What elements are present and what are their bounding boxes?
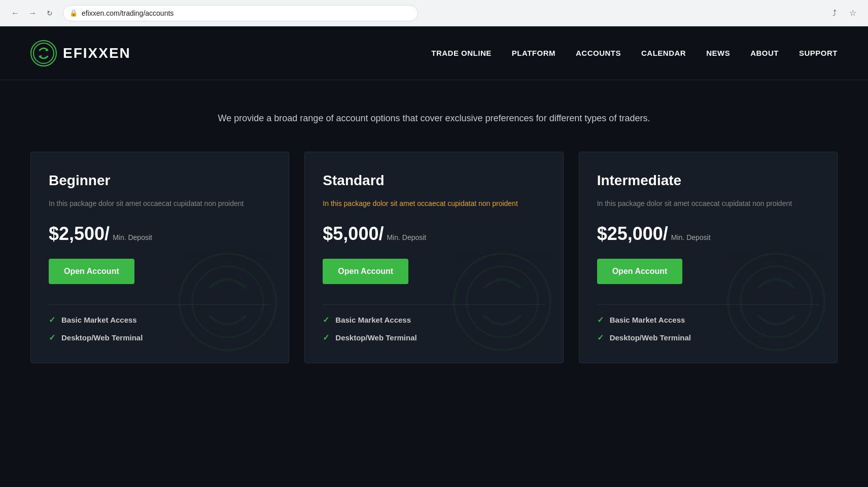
check-icon: ✓ <box>597 315 604 325</box>
nav-support[interactable]: SUPPORT <box>799 49 838 57</box>
standard-price-amount: $5,000/ <box>323 223 384 245</box>
card-watermark-intermediate <box>725 251 827 353</box>
standard-price: $5,000/ Min. Deposit <box>323 223 545 245</box>
svg-point-10 <box>454 254 550 350</box>
beginner-price-amount: $2,500/ <box>49 223 110 245</box>
share-button[interactable]: ⤴ <box>827 6 842 20</box>
bookmark-button[interactable]: ☆ <box>846 6 860 20</box>
svg-point-13 <box>741 266 812 337</box>
card-watermark-beginner <box>177 251 279 353</box>
nav-links: TRADE ONLINE PLATFORM ACCOUNTS CALENDAR … <box>431 49 838 57</box>
beginner-open-account-button[interactable]: Open Account <box>49 259 134 284</box>
check-icon: ✓ <box>49 333 55 342</box>
nav-platform[interactable]: PLATFORM <box>512 49 555 57</box>
standard-title: Standard <box>323 172 545 189</box>
intermediate-price-label: Min. Deposit <box>671 233 711 241</box>
nav-news[interactable]: NEWS <box>706 49 730 57</box>
check-icon: ✓ <box>597 333 604 342</box>
intermediate-price: $25,000/ Min. Deposit <box>597 223 819 245</box>
beginner-feature-2-text: Desktop/Web Terminal <box>61 333 143 342</box>
standard-price-label: Min. Deposit <box>387 233 426 241</box>
intermediate-price-amount: $25,000/ <box>597 223 668 245</box>
back-button[interactable]: ← <box>8 6 22 20</box>
standard-feature-2-text: Desktop/Web Terminal <box>335 333 416 342</box>
address-bar[interactable]: 🔒 efixxen.com/trading/accounts <box>63 5 418 21</box>
intermediate-title: Intermediate <box>597 172 819 189</box>
beginner-title: Beginner <box>49 172 271 189</box>
standard-desc: In this package dolor sit amet occaecat … <box>323 198 545 209</box>
browser-actions: ⤴ ☆ <box>827 6 860 20</box>
svg-point-11 <box>467 266 538 337</box>
beginner-card: Beginner In this package dolor sit amet … <box>30 152 289 363</box>
site-header: EFIXXEN TRADE ONLINE PLATFORM ACCOUNTS C… <box>0 26 868 80</box>
check-icon: ✓ <box>323 333 329 342</box>
intermediate-desc: In this package dolor sit amet occaecat … <box>597 198 819 209</box>
nav-accounts[interactable]: ACCOUNTS <box>576 49 621 57</box>
standard-feature-1-text: Basic Market Access <box>335 316 411 324</box>
nav-calendar[interactable]: CALENDAR <box>641 49 686 57</box>
standard-open-account-button[interactable]: Open Account <box>323 259 408 284</box>
svg-point-12 <box>728 254 824 350</box>
logo-link[interactable]: EFIXXEN <box>30 40 131 66</box>
intermediate-feature-1-text: Basic Market Access <box>610 316 685 324</box>
card-watermark-standard <box>452 251 553 353</box>
cards-section: Beginner In this package dolor sit amet … <box>0 152 868 394</box>
nav-about[interactable]: ABOUT <box>750 49 779 57</box>
browser-nav-buttons: ← → ↻ <box>8 6 57 20</box>
standard-card: Standard In this package dolor sit amet … <box>304 152 563 363</box>
intermediate-open-account-button[interactable]: Open Account <box>597 259 683 284</box>
beginner-price: $2,500/ Min. Deposit <box>49 223 271 245</box>
nav-trade-online[interactable]: TRADE ONLINE <box>431 49 492 57</box>
svg-point-0 <box>31 41 56 66</box>
check-icon: ✓ <box>323 315 329 325</box>
intermediate-card: Intermediate In this package dolor sit a… <box>579 152 838 363</box>
hero-section: STANDARD INTERMEDIATE PREMIUM We provide… <box>0 80 868 424</box>
check-icon: ✓ <box>49 315 55 325</box>
intermediate-feature-2-text: Desktop/Web Terminal <box>610 333 691 342</box>
svg-point-9 <box>192 266 263 337</box>
beginner-desc: In this package dolor sit amet occaecat … <box>49 198 271 209</box>
svg-point-8 <box>180 254 276 350</box>
browser-chrome: ← → ↻ 🔒 efixxen.com/trading/accounts ⤴ ☆ <box>0 0 868 26</box>
url-text: efixxen.com/trading/accounts <box>82 9 411 17</box>
beginner-price-label: Min. Deposit <box>113 233 152 241</box>
intro-text: We provide a broad range of account opti… <box>0 100 868 152</box>
logo-text: EFIXXEN <box>63 45 131 61</box>
refresh-button[interactable]: ↻ <box>43 6 57 20</box>
forward-button[interactable]: → <box>25 6 40 20</box>
logo-icon <box>30 40 57 66</box>
lock-icon: 🔒 <box>70 9 78 17</box>
beginner-feature-1-text: Basic Market Access <box>61 316 137 324</box>
